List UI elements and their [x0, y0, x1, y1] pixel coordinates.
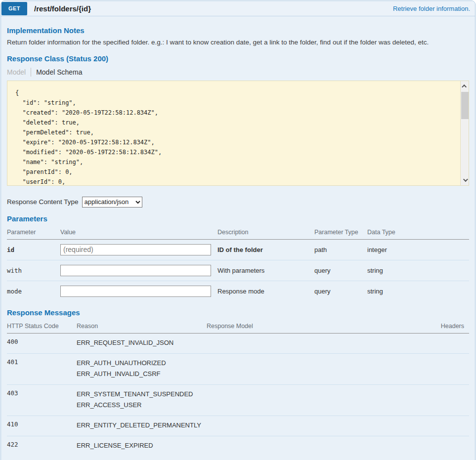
col-parameter-type: Parameter Type	[314, 229, 367, 236]
scrollbar-thumb[interactable]	[461, 92, 469, 119]
table-row: 422 ERR_LICENSE_EXPIRED	[7, 436, 469, 456]
operation-summary-link[interactable]: Retrieve folder information.	[393, 5, 470, 12]
response-content-type-label: Response Content Type	[7, 198, 79, 206]
reason-text: ERR_LICENSE_EXPIRED	[77, 440, 207, 451]
param-mode-input[interactable]	[60, 286, 211, 297]
table-row: with With parameters query string	[7, 260, 469, 281]
implementation-notes-heading: Implementation Notes	[7, 26, 469, 35]
parameters-table-header: Parameter Value Description Parameter Ty…	[7, 226, 469, 240]
col-parameter: Parameter	[7, 229, 60, 236]
response-content-type-select[interactable]: application/json	[82, 197, 142, 208]
response-messages-table: HTTP Status Code Reason Response Model H…	[7, 320, 469, 456]
status-code: 401	[7, 358, 77, 366]
model-schema-code-panel: { "id": "string", "created": "2020-05-19…	[7, 81, 469, 186]
param-description: With parameters	[217, 267, 314, 274]
col-description: Description	[217, 229, 314, 236]
endpoint-path[interactable]: /rest/folders/{id}	[34, 4, 91, 13]
table-row: 403 ERR_SYSTEM_TENANT_SUSPENDED ERR_ACCE…	[7, 385, 469, 416]
implementation-notes-text: Return folder information for the specif…	[7, 38, 469, 47]
param-name-with: with	[7, 267, 60, 274]
table-row: 400 ERR_REQUEST_INVALID_JSON	[7, 334, 469, 354]
reason-text: ERR_REQUEST_INVALID_JSON	[77, 337, 207, 348]
schema-tabs: Model Model Schema	[7, 68, 469, 77]
param-description: ID of the folder	[217, 246, 314, 253]
col-data-type: Data Type	[367, 229, 469, 236]
reason-text: ERR_ENTITY_DELETED_PERMANENTLY	[77, 420, 207, 431]
param-data-type: integer	[367, 246, 469, 253]
param-type: query	[314, 267, 367, 274]
model-schema-json[interactable]: { "id": "string", "created": "2020-05-19…	[7, 81, 469, 186]
response-messages-heading: Response Messages	[7, 308, 469, 317]
status-code: 410	[7, 420, 77, 428]
response-messages-table-header: HTTP Status Code Reason Response Model H…	[7, 320, 469, 334]
table-row: 401 ERR_AUTH_UNAUTHORIZED ERR_AUTH_INVAL…	[7, 354, 469, 385]
reason-text: ERR_AUTH_UNAUTHORIZED	[77, 358, 207, 369]
scroll-down-icon[interactable]	[461, 176, 469, 184]
table-row: mode Response mode query string	[7, 281, 469, 301]
parameters-table: Parameter Value Description Parameter Ty…	[7, 226, 469, 301]
param-name-mode: mode	[7, 288, 60, 295]
table-row: 410 ERR_ENTITY_DELETED_PERMANENTLY	[7, 416, 469, 436]
param-id-input[interactable]	[60, 244, 211, 255]
param-type: path	[314, 246, 367, 253]
reason-text: ERR_SYSTEM_TENANT_SUSPENDED	[77, 389, 207, 400]
param-type: query	[314, 288, 367, 295]
param-description: Response mode	[217, 288, 314, 295]
reason-text: ERR_ACCESS_USER	[77, 400, 207, 411]
tab-model-schema[interactable]: Model Schema	[31, 68, 82, 76]
response-content-type-row: Response Content Type application/json	[7, 197, 469, 208]
parameters-heading: Parameters	[7, 214, 469, 223]
col-response-model: Response Model	[207, 323, 410, 330]
param-data-type: string	[367, 288, 469, 295]
tab-model[interactable]: Model	[7, 68, 31, 76]
col-reason: Reason	[77, 323, 207, 330]
status-code: 422	[7, 440, 77, 448]
param-with-input[interactable]	[60, 265, 211, 276]
col-http-status-code: HTTP Status Code	[7, 323, 77, 330]
operation-content: Implementation Notes Return folder infor…	[1, 16, 475, 460]
param-name-id: id	[7, 246, 60, 253]
status-code: 403	[7, 389, 77, 397]
reason-text: ERR_AUTH_INVALID_CSRF	[77, 369, 207, 379]
operation-header: GET /rest/folders/{id} Retrieve folder i…	[1, 1, 475, 16]
param-data-type: string	[367, 267, 469, 274]
response-class-heading: Response Class (Status 200)	[7, 54, 469, 63]
col-headers: Headers	[410, 323, 469, 330]
http-method-badge[interactable]: GET	[1, 2, 27, 15]
code-scrollbar[interactable]	[460, 81, 469, 185]
col-value: Value	[60, 229, 217, 236]
status-code: 400	[7, 337, 77, 345]
table-row: id ID of the folder path integer	[7, 240, 469, 260]
scroll-up-icon[interactable]	[461, 82, 469, 90]
operation-card: GET /rest/folders/{id} Retrieve folder i…	[0, 0, 476, 460]
